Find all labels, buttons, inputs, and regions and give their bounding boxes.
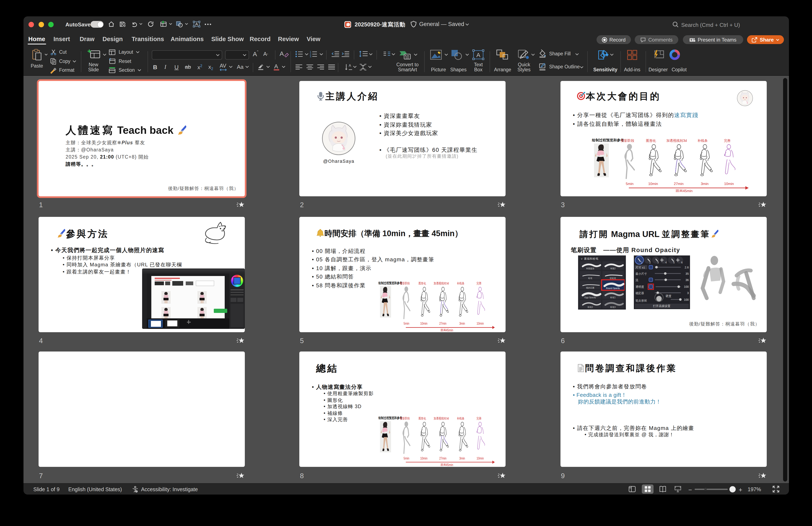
svg-text:粉笔2: 粉笔2 — [588, 306, 593, 308]
svg-text:稳定器: 稳定器 — [635, 291, 644, 295]
svg-text:2.6: 2.6 — [684, 266, 689, 269]
svg-text:流: 流 — [635, 278, 638, 282]
svg-text:3: 3 — [310, 55, 311, 57]
svg-text:透明度: 透明度 — [635, 285, 644, 288]
svg-text:4: 4 — [665, 261, 667, 264]
svg-text:草图2: 草图2 — [610, 267, 615, 270]
svg-text:5: 5 — [673, 261, 675, 264]
svg-text:尺寸 x1: 尺寸 x1 — [635, 266, 645, 269]
svg-text:铅笔: 铅笔 — [588, 277, 592, 279]
svg-text:A: A — [195, 22, 198, 26]
svg-text:笔尖形状: 笔尖形状 — [635, 299, 647, 302]
svg-text:软铅笔: 软铅笔 — [610, 277, 616, 279]
svg-text:100: 100 — [684, 298, 689, 301]
svg-text:36: 36 — [685, 278, 688, 282]
svg-text:草图圆形: 草图圆形 — [586, 267, 594, 270]
svg-text:2: 2 — [649, 261, 651, 264]
svg-text:A: A — [349, 64, 351, 67]
svg-text:粉笔1: 粉笔1 — [610, 296, 615, 298]
svg-text:6: 6 — [681, 261, 682, 264]
svg-text:A: A — [476, 52, 480, 58]
svg-text:3: 3 — [657, 261, 658, 264]
svg-text:粉笔3: 粉笔3 — [610, 306, 615, 308]
svg-text:100: 100 — [684, 285, 689, 288]
svg-text:Round Opacity: Round Opacity — [606, 287, 620, 289]
svg-text:!: ! — [136, 490, 137, 493]
svg-text:1: 1 — [641, 261, 642, 264]
svg-text:细的石墨: 细的石墨 — [586, 286, 594, 289]
svg-text:3: 3 — [687, 291, 688, 295]
svg-text:最小尺寸: 最小尺寸 — [635, 272, 647, 275]
svg-text:Egg Opacity: Egg Opacity — [584, 296, 596, 298]
svg-text:T: T — [691, 38, 693, 42]
svg-text:35: 35 — [685, 272, 688, 275]
svg-text:P: P — [346, 23, 349, 27]
svg-text:硬度: 硬度 — [665, 294, 671, 297]
